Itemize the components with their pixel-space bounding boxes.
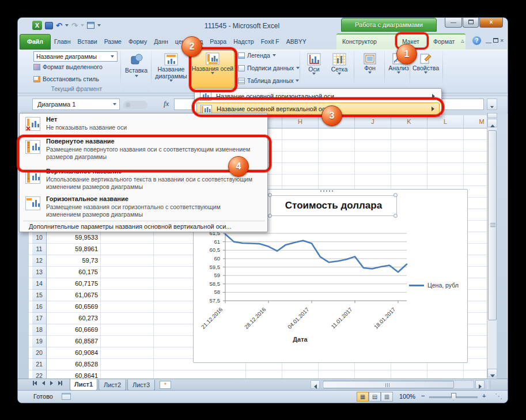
table-row[interactable]: 1660,6569 <box>32 301 101 313</box>
insert-worksheet-button[interactable]: * <box>160 381 171 389</box>
column-header[interactable]: K <box>391 115 427 128</box>
chart-elements-combo[interactable]: Название диаграммы <box>33 51 118 62</box>
chart-x-axis-title[interactable]: Дата <box>280 336 320 343</box>
row-header[interactable]: 10 <box>32 232 47 244</box>
cell-value[interactable]: 60,8528 <box>47 359 101 370</box>
table-row[interactable]: 2260,8641 <box>32 370 101 379</box>
submenu-item-horizontal[interactable]: Горизонтальное название Размещение назва… <box>21 194 266 220</box>
undo-button[interactable]: ↶ <box>56 21 62 30</box>
table-row[interactable]: 1259,73 <box>32 255 101 267</box>
tab-abbyy[interactable]: ABBYY <box>283 35 310 49</box>
horizontal-scrollbar[interactable] <box>321 380 474 389</box>
zoom-slider-thumb[interactable] <box>451 393 456 400</box>
help-icon[interactable]: ? <box>472 36 481 45</box>
qat-customize-button[interactable] <box>97 24 101 27</box>
row-header[interactable]: 11 <box>32 244 47 255</box>
vertical-scrollbar[interactable] <box>487 113 497 379</box>
table-row[interactable]: 1460,7175 <box>32 278 101 290</box>
combo-dropdown-icon[interactable] <box>111 55 114 58</box>
column-header[interactable]: L <box>427 115 463 128</box>
row-header[interactable]: 20 <box>32 347 47 359</box>
workbook-close-icon[interactable]: × <box>500 37 504 44</box>
formula-bar-expand-button[interactable] <box>487 99 497 110</box>
column-header[interactable]: J <box>354 115 391 128</box>
gridlines-button[interactable]: Сетка <box>327 51 352 89</box>
row-header[interactable]: 14 <box>32 278 47 290</box>
tab-formulas[interactable]: Форму <box>125 35 150 49</box>
chart-title-button[interactable]: Название диаграммы <box>153 51 189 90</box>
legend-button[interactable]: Легенда <box>238 52 276 59</box>
cell-value[interactable]: 60,8587 <box>47 336 101 347</box>
table-row[interactable]: 2160,8528 <box>32 359 101 370</box>
data-labels-button[interactable]: Подписи данных <box>238 65 300 71</box>
split-handle[interactable] <box>487 113 497 118</box>
tab-addins[interactable]: Надстр <box>230 35 257 49</box>
redo-dropdown-icon[interactable] <box>81 24 84 27</box>
scroll-down-button[interactable] <box>487 369 497 377</box>
last-sheet-button[interactable] <box>58 381 62 385</box>
row-header[interactable]: 18 <box>32 324 47 336</box>
cell-value[interactable]: 60,7175 <box>47 278 101 290</box>
row-header[interactable]: 22 <box>32 370 47 379</box>
workbook-restore-icon[interactable] <box>493 38 498 43</box>
normal-view-button[interactable]: ▦ <box>357 392 369 402</box>
hscroll-right-button[interactable] <box>475 380 485 389</box>
row-header[interactable]: 12 <box>32 255 47 267</box>
undo-dropdown-icon[interactable] <box>65 24 69 27</box>
cell-value[interactable]: 61,0675 <box>47 290 101 301</box>
sheet-tab-3[interactable]: Лист3 <box>127 380 155 391</box>
table-row[interactable]: 1059,9533 <box>32 232 101 244</box>
submenu-item-none[interactable]: Нет Не показывать название оси <box>21 116 266 135</box>
minimize-button[interactable]: — <box>445 18 462 28</box>
table-row[interactable]: 1360,175 <box>32 267 101 278</box>
ribbon-collapse-icon[interactable]: ▵ <box>461 37 464 44</box>
table-row[interactable]: 1561,0675 <box>32 290 101 301</box>
name-box-dropdown-icon[interactable] <box>113 103 116 105</box>
table-row[interactable]: 1159,8961 <box>32 244 101 255</box>
tab-home[interactable]: Главн <box>51 35 74 49</box>
scroll-up-button[interactable] <box>487 119 497 127</box>
scroll-thumb[interactable] <box>488 130 497 320</box>
cell-value[interactable]: 60,8641 <box>47 370 101 379</box>
chart-legend[interactable]: Цена, рубл <box>409 282 459 289</box>
name-box[interactable]: Диаграмма 1 <box>32 99 120 110</box>
cell-value[interactable]: 59,8961 <box>47 244 101 255</box>
save-button[interactable] <box>45 22 53 29</box>
format-selection-button[interactable]: Формат выделенного <box>33 63 103 70</box>
tab-file[interactable]: Файл <box>20 34 51 50</box>
first-sheet-button[interactable] <box>33 381 37 385</box>
background-button[interactable]: Фон <box>357 51 383 89</box>
data-table-button[interactable]: Таблица данных <box>238 77 299 84</box>
tab-page-layout[interactable]: Разме <box>101 35 125 49</box>
cell-value[interactable]: 60,6569 <box>47 301 101 313</box>
zoom-out-button[interactable]: − <box>421 392 425 399</box>
workbook-minimize-icon[interactable]: — <box>486 39 491 46</box>
page-layout-view-button[interactable]: ▤ <box>369 392 381 402</box>
next-sheet-button[interactable] <box>50 381 53 385</box>
tab-design[interactable]: Конструктор <box>339 35 380 49</box>
prev-sheet-button[interactable] <box>42 381 45 385</box>
insert-function-button[interactable]: fx <box>164 99 169 108</box>
redo-button[interactable]: ↷ <box>71 21 78 30</box>
tab-insert[interactable]: Встави <box>74 35 100 49</box>
hscroll-thumb[interactable] <box>323 381 454 388</box>
cell-value[interactable]: 59,73 <box>47 255 101 267</box>
row-header[interactable]: 19 <box>32 336 47 347</box>
cell-value[interactable]: 60,175 <box>47 267 101 278</box>
reset-style-button[interactable]: Восстановить стиль <box>33 75 99 82</box>
tab-data[interactable]: Данн <box>150 35 172 49</box>
row-header[interactable]: 15 <box>32 290 47 301</box>
macro-record-button[interactable] <box>62 393 71 400</box>
row-header[interactable]: 21 <box>32 359 47 370</box>
cell-value[interactable]: 59,9533 <box>47 232 101 244</box>
axes-button[interactable]: Оси <box>302 51 326 89</box>
close-button[interactable]: × <box>479 18 503 28</box>
table-tool-icon[interactable] <box>87 22 94 29</box>
tab-foxit[interactable]: Foxit F <box>258 35 283 49</box>
row-header[interactable]: 17 <box>32 313 47 324</box>
hscroll-left-button[interactable] <box>311 380 320 389</box>
column-header[interactable]: H <box>282 115 318 128</box>
cell-value[interactable]: 60,273 <box>47 313 101 324</box>
page-break-view-button[interactable]: ▥ <box>381 392 393 402</box>
zoom-in-button[interactable]: + <box>482 392 486 399</box>
